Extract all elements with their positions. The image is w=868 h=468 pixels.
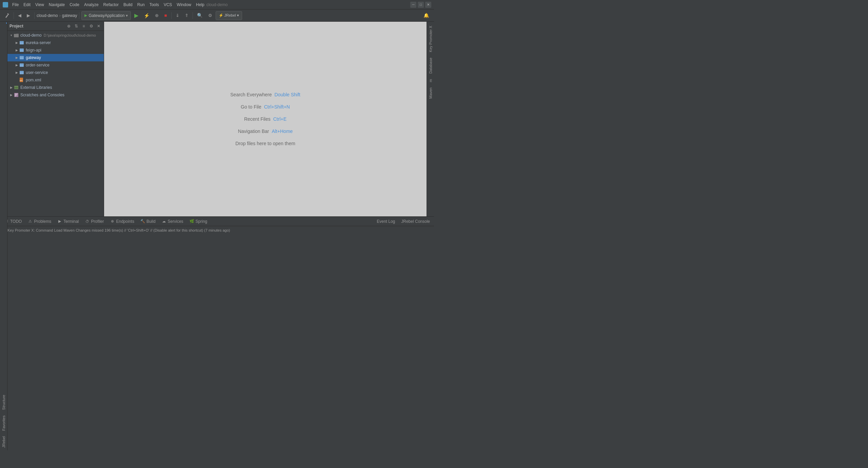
root-path: D:\java\springcloud\cloud-demo: [44, 33, 96, 37]
build-icon: 🔨: [140, 219, 145, 224]
menu-refactor[interactable]: Refactor: [101, 2, 121, 8]
hint-drop-files: Drop files here to open them: [235, 141, 295, 146]
run-button[interactable]: ▶: [132, 11, 140, 20]
toolbar-search-btn[interactable]: 🔍: [195, 11, 205, 20]
panel-collapse-all-btn[interactable]: ≡: [81, 23, 87, 29]
maximize-button[interactable]: □: [418, 2, 424, 8]
spacer-pom: ▶: [14, 78, 19, 82]
close-button[interactable]: ✕: [425, 2, 431, 8]
bottom-tab-endpoints[interactable]: ⊕ Endpoints: [107, 218, 137, 225]
menu-run[interactable]: Run: [135, 2, 147, 8]
problems-icon: ⚠: [28, 219, 33, 224]
toolbar-forward-btn[interactable]: ▶: [25, 11, 32, 20]
bottom-toolbar: ☑ TODO ⚠ Problems ▶ Terminal ⏱ Profiler …: [0, 216, 434, 226]
svg-rect-15: [15, 87, 16, 89]
hint-drop-text: Drop files here to open them: [235, 141, 295, 146]
menu-edit[interactable]: Edit: [21, 2, 33, 8]
project-panel-header: Project ⊕ ⇅ ≡ ⚙ ✕: [7, 22, 104, 31]
root-folder-icon: [14, 33, 19, 38]
right-tab-m[interactable]: m: [428, 76, 434, 85]
bottom-tab-terminal[interactable]: ▶ Terminal: [55, 218, 81, 225]
bottom-tab-build[interactable]: 🔨 Build: [138, 218, 158, 225]
toolbar-settings-btn[interactable]: ⚙: [206, 11, 214, 20]
event-log-label: Event Log: [377, 219, 395, 224]
menu-vcs[interactable]: VCS: [162, 2, 174, 8]
endpoints-icon: ⊕: [110, 219, 115, 224]
external-libs-icon: [14, 85, 19, 90]
external-libs-label: External Libraries: [20, 85, 52, 90]
run-config-selector[interactable]: ▶ GatewayApplication ▾: [81, 11, 131, 20]
window-title: cloud-demo: [206, 2, 228, 7]
svg-text:xml: xml: [20, 79, 22, 81]
menu-analyze[interactable]: Analyze: [82, 2, 101, 8]
menu-window[interactable]: Window: [175, 2, 193, 8]
tree-item-scratches[interactable]: ▶ Scratches and Consoles: [7, 91, 104, 99]
hammer-icon: [5, 13, 9, 18]
menu-navigate[interactable]: Navigate: [47, 2, 67, 8]
stop-button[interactable]: ■: [162, 11, 169, 20]
run-with-coverage-button[interactable]: ⊕: [153, 11, 161, 20]
order-label: order-service: [26, 63, 50, 67]
tree-item-eureka-server[interactable]: ▶ eureka-server: [7, 39, 104, 46]
right-tab-key-promoter[interactable]: Key Promoter X: [428, 23, 434, 55]
menu-build[interactable]: Build: [121, 2, 135, 8]
terminal-label: Terminal: [63, 219, 79, 224]
panel-sort-btn[interactable]: ⇅: [73, 23, 79, 29]
vcs-update-btn[interactable]: ⇓: [174, 11, 181, 20]
minimize-button[interactable]: ─: [410, 2, 416, 8]
tree-item-external-libs[interactable]: ▶ External Libraries: [7, 84, 104, 91]
run-config-icon: ▶: [84, 13, 87, 18]
tree-item-feign-api[interactable]: ▶ feign-api: [7, 46, 104, 54]
content-area: Project Project ⊕ ⇅ ≡ ⚙ ✕ ▾ cloud-demo: [0, 22, 434, 216]
menu-file[interactable]: File: [10, 2, 21, 8]
panel-scope-btn[interactable]: ⊕: [66, 23, 72, 29]
right-tab-maven[interactable]: Maven: [428, 85, 434, 101]
debug-button[interactable]: ⚡: [142, 11, 152, 20]
pom-label: pom.xml: [26, 78, 41, 82]
toolbar-separator-2: [34, 12, 35, 19]
menu-code[interactable]: Code: [67, 2, 81, 8]
toolbar-separator-3: [79, 12, 79, 19]
expand-arrow-eureka: ▶: [14, 40, 19, 45]
tree-item-root[interactable]: ▾ cloud-demo D:\java\springcloud\cloud-d…: [7, 32, 104, 39]
menu-view[interactable]: View: [33, 2, 46, 8]
menu-tools[interactable]: Tools: [147, 2, 161, 8]
profiler-icon: ⏱: [85, 219, 90, 224]
run-config-dropdown-icon: ▾: [126, 13, 128, 18]
toolbar-back-btn[interactable]: ◀: [16, 11, 23, 20]
menu-help[interactable]: Help: [194, 2, 206, 8]
expand-arrow-gateway: ▶: [14, 55, 19, 60]
bottom-tab-problems[interactable]: ⚠ Problems: [25, 218, 54, 225]
terminal-icon: ▶: [57, 219, 62, 224]
bottom-tab-jrebel-console[interactable]: JRebel Console: [398, 218, 433, 225]
toolbar-project-btn[interactable]: [3, 11, 12, 20]
tree-item-order-service[interactable]: ▶ order-service: [7, 61, 104, 69]
hint-goto-shortcut: Ctrl+Shift+N: [264, 104, 290, 110]
tree-item-pom-xml[interactable]: ▶ xml pom.xml: [7, 76, 104, 84]
jrebel-selector[interactable]: ⚡ JRebel ▾: [216, 11, 242, 20]
bottom-tab-profiler[interactable]: ⏱ Profiler: [82, 218, 107, 225]
hint-recent-files: Recent Files Ctrl+E: [244, 116, 287, 122]
panel-hide-btn[interactable]: ✕: [96, 23, 102, 29]
tree-item-user-service[interactable]: ▶ user-service: [7, 69, 104, 76]
eureka-label: eureka-server: [26, 40, 51, 45]
window-controls: ─ □ ✕: [410, 2, 431, 8]
hint-recent-text: Recent Files: [244, 116, 271, 122]
run-config-label: GatewayApplication: [88, 13, 124, 18]
left-vertical-tabs: Structure Favorites JRebel: [0, 24, 7, 216]
user-label: user-service: [26, 70, 48, 75]
right-tab-database[interactable]: Database: [428, 55, 434, 76]
toolbar-notifications-btn[interactable]: 🔔: [421, 11, 431, 20]
tree-item-gateway[interactable]: ▶ gateway: [7, 54, 104, 61]
bottom-tab-event-log[interactable]: Event Log: [374, 218, 398, 225]
bottom-tab-spring[interactable]: 🌿 Spring: [187, 218, 210, 225]
svg-rect-5: [20, 49, 23, 50]
bottom-tab-services[interactable]: ☁ Services: [159, 218, 186, 225]
jrebel-label: JRebel ▾: [224, 13, 239, 18]
jrebel-console-label: JRebel Console: [401, 219, 430, 224]
project-panel: Project ⊕ ⇅ ≡ ⚙ ✕ ▾ cloud-demo D:\java\s…: [7, 22, 104, 216]
expand-arrow-user: ▶: [14, 70, 19, 75]
vcs-push-btn[interactable]: ⇑: [183, 11, 191, 20]
hint-nav-bar: Navigation Bar Alt+Home: [238, 129, 293, 134]
panel-settings-btn[interactable]: ⚙: [88, 23, 94, 29]
